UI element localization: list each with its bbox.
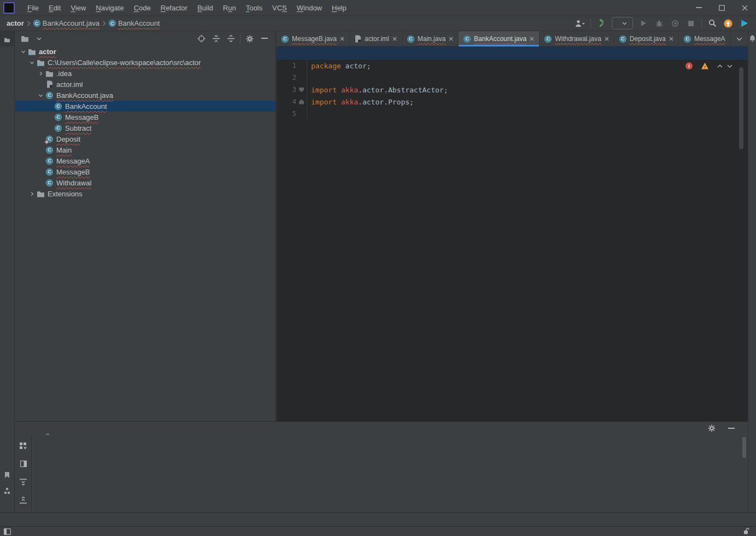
- warning-count-icon: !: [701, 63, 708, 69]
- hide-panel-icon[interactable]: [726, 423, 737, 434]
- tree-item-c-users-calle-eclipse-workspace-actor-sr[interactable]: C:\Users\Calle\eclipse-workspace\actor\s…: [15, 57, 276, 68]
- chevron-right-icon[interactable]: [38, 71, 43, 76]
- fold-marker-icon[interactable]: [299, 100, 304, 104]
- tool-window-bookmarks-button[interactable]: [0, 466, 14, 482]
- settings-gear-icon[interactable]: [244, 33, 255, 44]
- menu-item-run[interactable]: Run: [218, 1, 241, 15]
- run-config-select[interactable]: [612, 17, 633, 30]
- debug-button[interactable]: [654, 18, 665, 29]
- tree-item-main[interactable]: CMain: [15, 144, 276, 155]
- minimize-button[interactable]: [687, 0, 710, 15]
- tool-window-project-button[interactable]: [0, 31, 14, 46]
- tool-window-switcher-icon[interactable]: [4, 528, 11, 535]
- build-hammer-icon[interactable]: [596, 18, 607, 29]
- editor-tab-bankaccount-java[interactable]: CBankAccount.java: [459, 31, 540, 46]
- close-tab-icon[interactable]: [669, 37, 673, 41]
- chevron-down-icon[interactable]: [21, 49, 26, 54]
- problems-tab-project-errors[interactable]: [46, 422, 49, 435]
- editor-tab-deposit-java[interactable]: CDeposit.java: [614, 31, 679, 46]
- source-folder-icon: [28, 48, 36, 55]
- editor-tab-withdrawal-java[interactable]: CWithdrawal.java: [540, 31, 614, 46]
- menu-item-navigate[interactable]: Navigate: [91, 1, 128, 15]
- close-tab-icon[interactable]: [392, 37, 397, 41]
- locate-file-icon[interactable]: [196, 33, 207, 44]
- tree-item--idea[interactable]: .idea: [15, 68, 276, 79]
- fold-marker-icon[interactable]: [299, 88, 304, 92]
- tree-item-messagea[interactable]: CMessageA: [15, 155, 276, 166]
- tree-item-messageb[interactable]: CMessageB: [15, 166, 276, 177]
- line-number[interactable]: 2: [277, 74, 296, 81]
- editor-scrollbar-thumb[interactable]: [739, 67, 743, 149]
- editor-tab-main-java[interactable]: CMain.java: [402, 31, 459, 46]
- breadcrumb-item-actor[interactable]: actor: [7, 19, 24, 27]
- group-by-icon[interactable]: [18, 440, 29, 451]
- chevron-down-icon[interactable]: [38, 93, 43, 98]
- close-tab-icon[interactable]: [340, 37, 344, 41]
- close-tab-icon[interactable]: [605, 37, 609, 41]
- tree-item-messageb[interactable]: CMessageB: [15, 112, 276, 123]
- collapse-all-icon[interactable]: [225, 33, 236, 44]
- menu-item-code[interactable]: Code: [129, 1, 156, 15]
- menu-item-file[interactable]: File: [22, 1, 44, 15]
- tree-item-extensions[interactable]: Extensions: [15, 188, 276, 199]
- tool-window-bar: [0, 512, 756, 526]
- tree-item-subtract[interactable]: CSubtract: [15, 123, 276, 133]
- class-icon: C: [55, 114, 62, 121]
- chevron-down-icon[interactable]: [37, 37, 42, 40]
- hide-panel-icon[interactable]: [259, 33, 270, 44]
- line-number[interactable]: 5: [277, 110, 296, 118]
- line-number[interactable]: 3: [277, 86, 296, 94]
- tree-item-bankaccount[interactable]: CBankAccount: [15, 101, 276, 112]
- menu-item-refactor[interactable]: Refactor: [156, 1, 192, 15]
- collapse-all-icon[interactable]: [18, 494, 29, 505]
- menu-item-help[interactable]: Help: [327, 1, 351, 15]
- notifications-bell-icon[interactable]: [749, 35, 755, 42]
- menu-item-view[interactable]: View: [66, 1, 91, 15]
- chevron-right-icon[interactable]: [30, 191, 34, 196]
- class-icon: C: [619, 36, 626, 43]
- settings-gear-icon[interactable]: [706, 423, 717, 434]
- tree-item-actor-iml[interactable]: actor.iml: [15, 79, 276, 90]
- user-account-icon[interactable]: [575, 18, 585, 29]
- editor-tab-messagea[interactable]: CMessageA: [679, 31, 731, 46]
- menu-item-tools[interactable]: Tools: [241, 1, 267, 15]
- tree-item-deposit[interactable]: CDeposit: [15, 133, 276, 144]
- tree-item-withdrawal[interactable]: CWithdrawal: [15, 177, 276, 188]
- preview-panel-icon[interactable]: [18, 458, 29, 469]
- run-button[interactable]: [638, 18, 649, 29]
- editor-tab-messageb-java[interactable]: CMessageB.java: [277, 31, 350, 46]
- close-tab-icon[interactable]: [449, 37, 453, 41]
- menu-item-edit[interactable]: Edit: [44, 1, 66, 15]
- close-button[interactable]: [733, 0, 756, 15]
- tree-item-bankaccount-java[interactable]: CBankAccount.java: [15, 90, 276, 101]
- next-error-icon[interactable]: [727, 65, 732, 68]
- editor-tab-actor-iml[interactable]: actor.iml: [350, 31, 402, 46]
- chevron-down-icon[interactable]: [30, 60, 34, 65]
- inspections-widget[interactable]: ! !: [685, 62, 732, 69]
- expand-all-icon[interactable]: [18, 476, 29, 487]
- expand-all-icon[interactable]: [210, 33, 221, 44]
- tree-item-actor[interactable]: actor: [15, 46, 276, 57]
- problems-scrollbar-thumb[interactable]: [742, 437, 746, 458]
- menu-item-window[interactable]: Window: [292, 1, 327, 15]
- ide-update-icon[interactable]: [723, 18, 734, 29]
- search-everywhere-icon[interactable]: [707, 18, 718, 29]
- tool-window-structure-button[interactable]: [0, 482, 14, 498]
- code-editor[interactable]: ! ! 1package actor;23import akka.actor.A…: [277, 60, 748, 421]
- menu-item-vcs[interactable]: VCS: [267, 1, 292, 15]
- breadcrumb-item-bankaccount[interactable]: CBankAccount: [109, 19, 160, 27]
- profile-button[interactable]: [670, 18, 681, 29]
- readonly-lock-icon[interactable]: [743, 528, 749, 535]
- plugin-icon[interactable]: [739, 18, 749, 29]
- problems-tab-file[interactable]: [32, 422, 35, 435]
- show-hidden-tabs-icon[interactable]: [736, 37, 742, 41]
- line-number[interactable]: 1: [277, 62, 296, 69]
- close-tab-icon[interactable]: [530, 37, 534, 41]
- prev-error-icon[interactable]: [717, 65, 723, 68]
- line-number[interactable]: 4: [277, 98, 296, 106]
- breadcrumb-item-bankaccount-java[interactable]: CBankAccount.java: [33, 19, 99, 27]
- stop-button[interactable]: [685, 18, 696, 29]
- maximize-button[interactable]: [710, 0, 733, 15]
- source-folder-icon: [37, 59, 45, 66]
- menu-item-build[interactable]: Build: [192, 1, 218, 15]
